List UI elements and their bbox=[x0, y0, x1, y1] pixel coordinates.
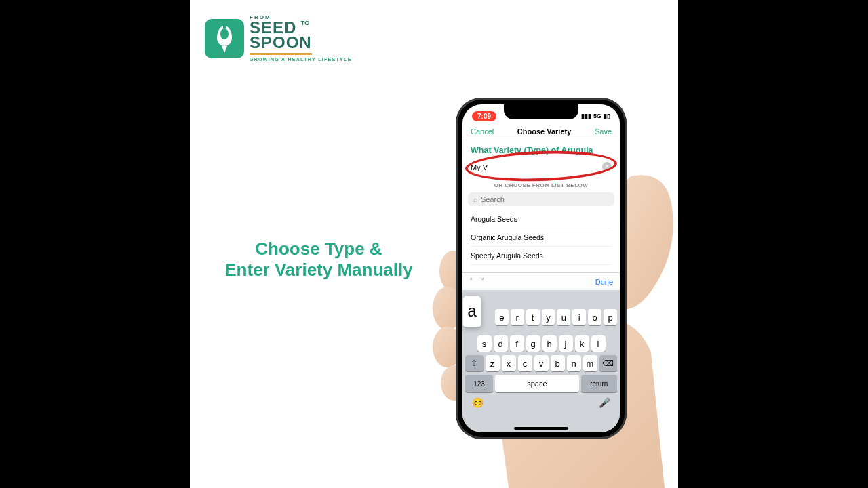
variety-input[interactable] bbox=[469, 159, 613, 176]
or-choose-label: OR CHOOSE FROM LIST BELOW bbox=[462, 182, 620, 188]
key[interactable]: e bbox=[495, 309, 509, 325]
backspace-key[interactable]: ⌫ bbox=[599, 355, 618, 371]
list-item[interactable]: Speedy Arugula Seeds bbox=[471, 247, 612, 265]
phone-frame: 7:09 ▮▮▮ 5G ▮▯ Cancel Choose Variety Sav… bbox=[456, 98, 627, 439]
variety-list: Arugula Seeds Organic Arugula Seeds Spee… bbox=[462, 206, 620, 265]
space-key[interactable]: space bbox=[495, 375, 578, 392]
search-input[interactable] bbox=[481, 195, 609, 203]
done-button[interactable]: Done bbox=[595, 278, 613, 286]
key[interactable]: y bbox=[542, 309, 555, 325]
promo-caption: Choose Type & Enter Variety Manually bbox=[190, 239, 448, 281]
key[interactable]: n bbox=[567, 355, 581, 371]
brand-logo: FROM SEED TO SPOON GROWING A HEALTHY LIF… bbox=[205, 15, 352, 62]
nav-title: Choose Variety bbox=[517, 127, 571, 136]
key[interactable]: t bbox=[526, 309, 540, 325]
shift-key[interactable]: ⇧ bbox=[465, 355, 484, 371]
numbers-key[interactable]: 123 bbox=[465, 375, 493, 392]
clear-input-icon[interactable]: × bbox=[602, 162, 612, 171]
key[interactable]: f bbox=[510, 336, 524, 352]
key[interactable]: c bbox=[518, 355, 532, 371]
home-indicator[interactable] bbox=[514, 427, 568, 430]
prev-field-icon[interactable]: ˄ bbox=[469, 277, 476, 285]
key[interactable]: x bbox=[502, 355, 516, 371]
key[interactable]: j bbox=[559, 336, 573, 352]
logo-underline bbox=[250, 53, 312, 55]
key[interactable]: u bbox=[557, 309, 570, 325]
promo-stage: FROM SEED TO SPOON GROWING A HEALTHY LIF… bbox=[190, 0, 678, 488]
network-label: 5G bbox=[593, 113, 601, 119]
signal-icon: ▮▮▮ bbox=[581, 113, 591, 119]
key[interactable]: v bbox=[534, 355, 549, 371]
suggestion-bar[interactable] bbox=[465, 294, 617, 306]
emoji-key-icon[interactable]: 😊 bbox=[472, 397, 484, 408]
key[interactable]: p bbox=[604, 309, 617, 325]
key[interactable]: l bbox=[591, 336, 606, 352]
search-field[interactable]: ⌕ bbox=[468, 192, 614, 206]
caption-line-1: Choose Type & bbox=[190, 239, 448, 260]
nav-bar: Cancel Choose Variety Save bbox=[462, 125, 620, 140]
logo-tagline: GROWING A HEALTHY LIFESTYLE bbox=[250, 58, 352, 62]
save-button[interactable]: Save bbox=[595, 127, 612, 136]
key[interactable]: b bbox=[551, 355, 565, 371]
logo-spoon-word: SPOON bbox=[250, 35, 312, 51]
key[interactable]: g bbox=[526, 336, 540, 352]
next-field-icon[interactable]: ˅ bbox=[481, 277, 488, 285]
cancel-button[interactable]: Cancel bbox=[471, 127, 494, 136]
key-a[interactable]: a bbox=[463, 296, 481, 327]
key[interactable]: o bbox=[588, 309, 601, 325]
section-title: What Variety (Type) of Arugula bbox=[462, 140, 620, 157]
search-icon: ⌕ bbox=[473, 195, 478, 203]
key[interactable]: h bbox=[542, 336, 557, 352]
phone-screen: 7:09 ▮▮▮ 5G ▮▯ Cancel Choose Variety Sav… bbox=[462, 104, 620, 432]
list-item[interactable]: Arugula Seeds bbox=[471, 210, 612, 228]
key[interactable]: k bbox=[575, 336, 589, 352]
key[interactable]: z bbox=[486, 355, 500, 371]
mic-key-icon[interactable]: 🎤 bbox=[599, 397, 610, 408]
status-time: 7:09 bbox=[472, 111, 496, 121]
key[interactable]: s bbox=[477, 336, 492, 352]
key[interactable]: i bbox=[572, 309, 586, 325]
list-item[interactable]: Organic Arugula Seeds bbox=[471, 228, 612, 247]
variety-input-row: × bbox=[469, 159, 613, 176]
return-key[interactable]: return bbox=[581, 375, 617, 392]
battery-icon: ▮▯ bbox=[604, 113, 610, 119]
phone-notch bbox=[504, 104, 578, 119]
key[interactable]: d bbox=[494, 336, 508, 352]
logo-to-word: TO bbox=[301, 20, 309, 26]
ios-keyboard: a e r t y u i o p s d f g h j bbox=[462, 290, 620, 432]
caption-line-2: Enter Variety Manually bbox=[190, 260, 448, 281]
logo-mark-icon bbox=[205, 19, 244, 58]
key[interactable]: m bbox=[583, 355, 597, 371]
keyboard-accessory: ˄ ˅ Done bbox=[462, 272, 620, 290]
key[interactable]: r bbox=[511, 309, 524, 325]
